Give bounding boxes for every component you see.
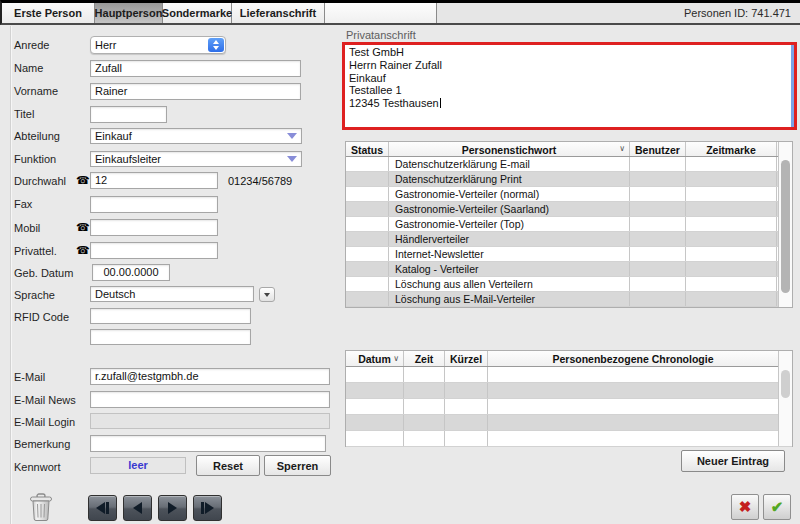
sperren-button[interactable]: Sperren [264,455,331,476]
sort-descending-icon: ∨ [393,354,399,363]
phone-icon[interactable]: ☎ [76,222,90,233]
table-row[interactable]: Löschung aus allen Verteilern [346,277,792,292]
kennwort-label: Kennwort [14,461,60,473]
column-header-chronologie[interactable]: Personenbezogene Chronologie [488,351,779,366]
geb-datum-input[interactable]: 00.00.0000 [92,264,170,281]
abteilung-label: Abteilung [14,130,60,142]
scrollbar-thumb[interactable] [781,160,790,293]
table-scrollbar[interactable] [778,351,792,446]
durchwahl-input[interactable]: 12 [90,172,218,189]
column-header-kuerzel[interactable]: Kürzel [445,351,488,366]
main-window: Erste Person Hauptperson Sondermarke Lie… [0,0,800,524]
table-row[interactable] [346,383,792,399]
email-login-label: E-Mail Login [14,416,75,428]
nav-last-record-button[interactable] [193,495,222,521]
table-row[interactable] [346,399,792,415]
privatanschrift-textarea[interactable]: Test GmbH Herrn Rainer Zufall Einkauf Te… [342,42,797,130]
email-input[interactable]: r.zufall@testgmbh.de [90,368,330,385]
funktion-combo[interactable]: Einkaufsleiter [90,151,302,167]
scrollbar-thumb[interactable] [781,370,790,398]
stichwort-table-body: Datenschutzerklärung E-mail Datenschutze… [346,157,792,307]
rfid-input-1[interactable] [90,308,251,324]
tab-sondermarke[interactable]: Sondermarke [163,3,232,23]
email-news-input[interactable] [90,391,330,408]
arrow-right-icon [168,502,177,514]
mobil-input[interactable] [90,219,218,236]
confirm-button[interactable]: ✔ [763,494,791,520]
table-scrollbar[interactable] [778,142,792,307]
sprache-input[interactable]: Deutsch [90,286,254,302]
nav-next-record-button[interactable] [158,495,187,521]
abteilung-combo[interactable]: Einkauf [90,128,302,144]
tab-bar: Erste Person Hauptperson Sondermarke Lie… [0,0,800,25]
tab-lieferanschrift[interactable]: Lieferanschrift [232,3,325,23]
phone-icon[interactable]: ☎ [76,175,90,186]
bemerkung-label: Bemerkung [14,438,70,450]
rfid-input-2[interactable] [90,329,251,345]
column-header-datum[interactable]: Datum∨ [346,351,404,366]
geb-datum-label: Geb. Datum [14,267,73,279]
privattel-label: Privattel. [14,245,57,257]
column-header-label: Personenstichwort [462,144,557,156]
email-login-input [90,413,330,429]
column-header-zeitmarke[interactable]: Zeitmarke [686,142,777,156]
table-row[interactable]: Datenschutzerklärung E-mail [346,157,792,172]
email-label: E-Mail [14,371,45,383]
privatanschrift-value: Test GmbH Herrn Rainer Zufall Einkauf Te… [349,46,786,110]
titel-input[interactable] [90,106,167,123]
table-row[interactable]: Händlerverteiler [346,232,792,247]
sprache-dropdown-button[interactable] [259,287,275,302]
column-header-benutzer[interactable]: Benutzer [630,142,686,156]
stichwort-table-header: Status Personenstichwort∨ Benutzer Zeitm… [346,142,792,157]
stichwort-table: Status Personenstichwort∨ Benutzer Zeitm… [345,141,793,308]
chevron-down-icon [287,133,297,139]
phone-icon[interactable]: ☎ [76,245,90,256]
funktion-value: Einkaufsleiter [95,153,161,165]
cancel-button[interactable]: ✖ [731,494,759,520]
telefon-prefix-label: 01234/56789 [228,175,292,187]
vorname-input[interactable]: Rainer [90,83,301,100]
tab-erste-person[interactable]: Erste Person [2,3,95,23]
table-row[interactable]: Datenschutzerklärung Print [346,172,792,187]
anrede-select[interactable]: Herr [90,36,226,54]
table-row[interactable]: Gastronomie-Verteiler (Saarland) [346,202,792,217]
arrow-left-bar-icon [96,502,105,514]
column-header-zeit[interactable]: Zeit [404,351,445,366]
nav-previous-record-button[interactable] [123,495,152,521]
confirm-check-icon: ✔ [771,498,784,516]
table-row[interactable] [346,415,792,431]
mobil-label: Mobil [14,222,40,234]
table-row[interactable]: Löschung aus E-Mail-Verteiler [346,292,792,307]
fax-label: Fax [14,198,32,210]
tab-hauptperson[interactable]: Hauptperson [95,3,163,23]
chevron-down-icon [287,156,297,162]
name-input[interactable]: Zufall [90,60,301,77]
titel-label: Titel [14,108,34,120]
column-header-label: Datum [358,353,391,365]
table-row[interactable] [346,367,792,383]
privatanschrift-label: Privatanschrift [346,29,416,41]
sprache-label: Sprache [14,289,55,301]
bemerkung-input[interactable] [90,435,326,452]
column-header-personenstichwort[interactable]: Personenstichwort∨ [389,142,630,156]
table-row[interactable]: Katalog - Verteiler [346,262,792,277]
privattel-input[interactable] [90,242,218,259]
anrede-label: Anrede [14,39,49,51]
column-header-status[interactable]: Status [346,142,389,156]
nav-first-record-button[interactable] [88,495,117,521]
trash-icon [27,492,55,522]
delete-record-button[interactable] [25,491,57,522]
table-row[interactable] [346,431,792,447]
chronologie-table-header: Datum∨ Zeit Kürzel Personenbezogene Chro… [346,351,792,367]
textarea-scrollbar[interactable] [791,45,794,127]
table-row[interactable]: Gastronomie-Verteiler (normal) [346,187,792,202]
table-row[interactable]: Gastronomie-Verteiler (Top) [346,217,792,232]
neuer-eintrag-button[interactable]: Neuer Eintrag [681,450,785,472]
reset-button[interactable]: Reset [196,455,260,476]
anrede-value: Herr [95,39,116,51]
arrow-left-icon [133,502,142,514]
chronologie-table-body [346,367,792,447]
bar-arrow-right-icon [205,502,214,514]
fax-input[interactable] [90,196,218,213]
table-row[interactable]: Internet-Newsletter [346,247,792,262]
